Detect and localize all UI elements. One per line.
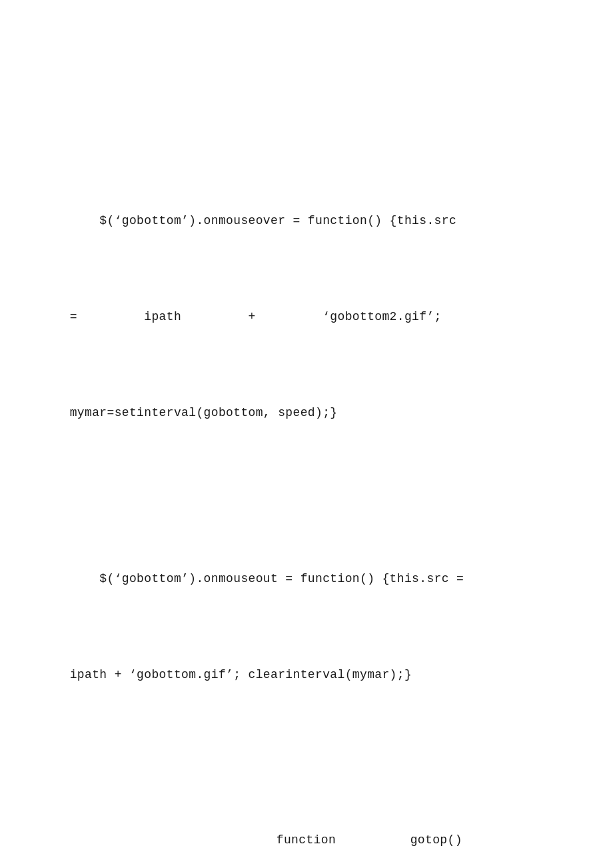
code-block: $(‘gobottom’).onmouseover = function() {… xyxy=(0,0,613,868)
code-line-7: function gotop() xyxy=(40,811,573,868)
code-line-6: ipath + ‘gobottom.gif’; clearinterval(my… xyxy=(40,646,573,703)
code-line-2: $(‘gobottom’).onmouseover = function() {… xyxy=(40,192,573,249)
code-line-4: mymar=setinterval(gobottom, speed);} xyxy=(40,384,573,441)
code-line-3: = ipath + ‘gobottom2.gif’; xyxy=(40,288,573,345)
code-line-5: $(‘gobottom’).onmouseout = function() {t… xyxy=(40,550,573,607)
